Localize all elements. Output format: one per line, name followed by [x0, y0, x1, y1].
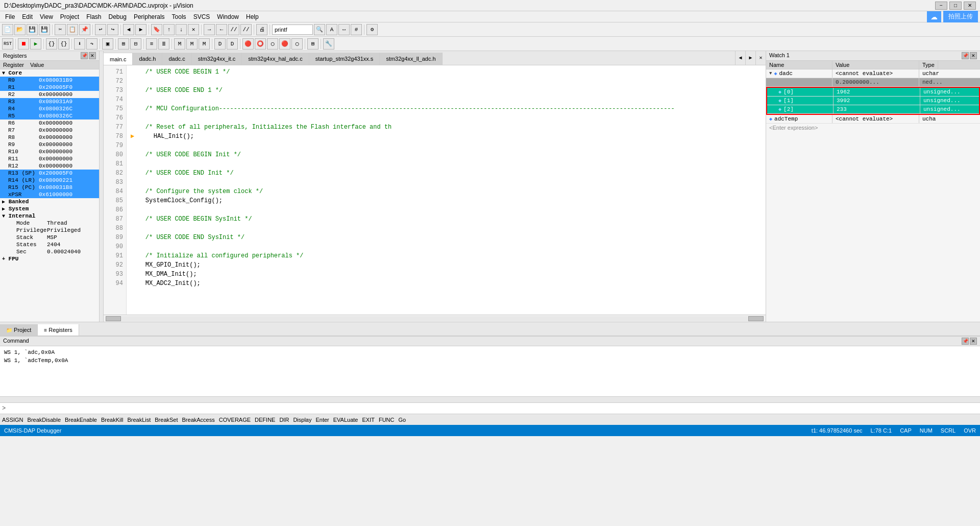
shortcut-breaklist[interactable]: BreakList	[127, 417, 151, 423]
dbg-btn2[interactable]: D	[227, 38, 238, 50]
tab-close-button[interactable]: ✕	[755, 51, 766, 65]
reg-xpsr[interactable]: xPSR0x61000000	[0, 191, 99, 198]
replace-button[interactable]: ↔	[338, 24, 350, 35]
view-btn2[interactable]: ≣	[158, 38, 169, 50]
menu-debug[interactable]: Debug	[106, 12, 130, 21]
maximize-button[interactable]: □	[949, 2, 962, 10]
reg-r0[interactable]: R00x080031B9	[0, 77, 99, 84]
nav-fwd-button[interactable]: ▶	[135, 24, 146, 35]
step-over-button[interactable]: ↷	[86, 38, 97, 50]
watch-row-dadc[interactable]: ▼ ◆ dadc <cannot evaluate> uchar	[766, 69, 980, 78]
h-scrollbar[interactable]	[104, 315, 766, 322]
menu-edit[interactable]: Edit	[19, 12, 36, 21]
bookmark-button[interactable]: 🔖	[151, 24, 162, 35]
shortcut-evaluate[interactable]: EVALuate	[333, 417, 358, 423]
grid-btn[interactable]: ⊞	[307, 38, 318, 50]
watch-row-1[interactable]: ◆ [1] 3992 unsigned...	[767, 97, 979, 105]
reg-r8[interactable]: R80x00000000	[0, 134, 99, 141]
reg-r15--pc-[interactable]: R15 (PC)0x080031B8	[0, 184, 99, 191]
tab-scroll-right-button[interactable]: ▶	[745, 51, 755, 65]
menu-tools[interactable]: Tools	[169, 12, 189, 21]
scroll-left-button[interactable]	[106, 316, 121, 321]
reg-r10[interactable]: R100x00000000	[0, 148, 99, 155]
menu-svcs[interactable]: SVCS	[190, 12, 213, 21]
dbg-btn1[interactable]: D	[214, 38, 226, 50]
dbg-btn7[interactable]: ◯	[291, 38, 303, 50]
minimize-button[interactable]: −	[935, 2, 947, 10]
bookmark-clear-button[interactable]: ✕	[188, 24, 199, 35]
banked-group[interactable]: ▶ Banked	[0, 198, 99, 205]
cloud-icon[interactable]: ☁	[927, 11, 941, 22]
uncomment-button[interactable]: //	[240, 24, 252, 35]
shortcut-dir[interactable]: DIR	[279, 417, 289, 423]
search-input[interactable]	[272, 25, 313, 35]
shortcut-define[interactable]: DEFINE	[255, 417, 275, 423]
cut-button[interactable]: ✂	[55, 24, 66, 35]
copy-button[interactable]: 📋	[67, 24, 78, 35]
dbg-btn3[interactable]: 🔴	[242, 38, 254, 50]
system-group[interactable]: ▶ System	[0, 205, 99, 212]
command-scrollbar[interactable]	[0, 396, 980, 402]
shortcut-exit[interactable]: EXIT	[362, 417, 374, 423]
dbg-btn5[interactable]: ◯	[267, 38, 278, 50]
menu-help[interactable]: Help	[243, 12, 262, 21]
tab-startup-stm32g431xx-s[interactable]: startup_stm32g431xx.s	[309, 53, 380, 65]
tab-project[interactable]: 📁 Project	[0, 324, 38, 336]
menu-flash[interactable]: Flash	[83, 12, 104, 21]
shortcut-breakdisable[interactable]: BreakDisable	[28, 417, 61, 423]
core-group[interactable]: ▼ Core	[0, 69, 99, 77]
close-button[interactable]: ✕	[964, 2, 976, 10]
window-btn2[interactable]: ⊟	[130, 38, 141, 50]
reg-r13--sp-[interactable]: R13 (SP)0x200005F0	[0, 170, 99, 177]
bookmark-next-button[interactable]: ↓	[176, 24, 187, 35]
mem-btn2[interactable]: M	[186, 38, 198, 50]
bookmark-prev-button[interactable]: ↑	[163, 24, 175, 35]
print-button[interactable]: 🖨	[256, 24, 267, 35]
open-button[interactable]: 📂	[14, 24, 26, 35]
tab-stm32g4xx-it-c[interactable]: stm32g4xx_it.c	[192, 53, 242, 65]
reg-r3[interactable]: R30x080031A9	[0, 98, 99, 105]
reg-r7[interactable]: R70x00000000	[0, 127, 99, 134]
mem-btn3[interactable]: M	[199, 38, 210, 50]
reg-r1[interactable]: R10x200005F0	[0, 84, 99, 91]
tab-stm32g4xx-ll-adc-h[interactable]: stm32g4xx_ll_adc.h	[380, 53, 442, 65]
registers-pin-button[interactable]: 📌	[81, 52, 88, 59]
shortcut-enter[interactable]: Enter	[315, 417, 329, 423]
save-all-button[interactable]: 💾	[39, 24, 50, 35]
shortcut-func[interactable]: FUNC	[379, 417, 395, 423]
shortcut-coverage[interactable]: COVERAGE	[219, 417, 251, 423]
code-editor-area[interactable]: 71 72 73 74 75 76 77 78 79 80 81 82 83 8…	[104, 65, 766, 315]
settings-button[interactable]: ⚙	[366, 24, 378, 35]
tab-stm32g4xx-hal-adc-c[interactable]: stm32g4xx_hal_adc.c	[242, 53, 309, 65]
unindent-button[interactable]: ←	[216, 24, 227, 35]
dbg-btn4[interactable]: ⭕	[255, 38, 266, 50]
view-btn1[interactable]: ≡	[146, 38, 157, 50]
goto-button[interactable]: #	[351, 24, 362, 35]
registers-close-button[interactable]: ✕	[89, 52, 96, 59]
reg-r9[interactable]: R90x00000000	[0, 141, 99, 148]
shortcut-breakkill[interactable]: BreakKill	[101, 417, 123, 423]
command-pin-button[interactable]: 📌	[962, 338, 969, 345]
tab-dadc-h[interactable]: dadc.h	[133, 53, 162, 65]
internal-group[interactable]: ▼ Internal	[0, 212, 99, 220]
command-close-button[interactable]: ✕	[970, 338, 977, 345]
watch-enter-expression[interactable]: <Enter expression>	[766, 124, 980, 132]
brace-button[interactable]: {}	[46, 38, 57, 50]
reg-r14--lr-[interactable]: R14 (LR)0x08000221	[0, 177, 99, 184]
new-button[interactable]: 📄	[2, 24, 13, 35]
dbg-btn6[interactable]: 🔴	[279, 38, 290, 50]
brace2-button[interactable]: {}	[58, 38, 69, 50]
cloud-upload-button[interactable]: 拍照上传	[943, 11, 978, 22]
reg-r11[interactable]: R110x00000000	[0, 155, 99, 162]
stop-debug-button[interactable]: ⏹	[18, 38, 29, 50]
shortcut-breakenable[interactable]: BreakEnable	[65, 417, 97, 423]
menu-file[interactable]: File	[2, 12, 18, 21]
menu-peripherals[interactable]: Peripherals	[131, 12, 168, 21]
reg-r5[interactable]: R50x0800326C	[0, 112, 99, 119]
command-input[interactable]	[8, 405, 978, 412]
save-button[interactable]: 💾	[27, 24, 38, 35]
tool-btn[interactable]: 🔧	[323, 38, 334, 50]
nav-back-button[interactable]: ◀	[123, 24, 134, 35]
undo-button[interactable]: ↩	[95, 24, 106, 35]
reg-r2[interactable]: R20x00000000	[0, 91, 99, 98]
